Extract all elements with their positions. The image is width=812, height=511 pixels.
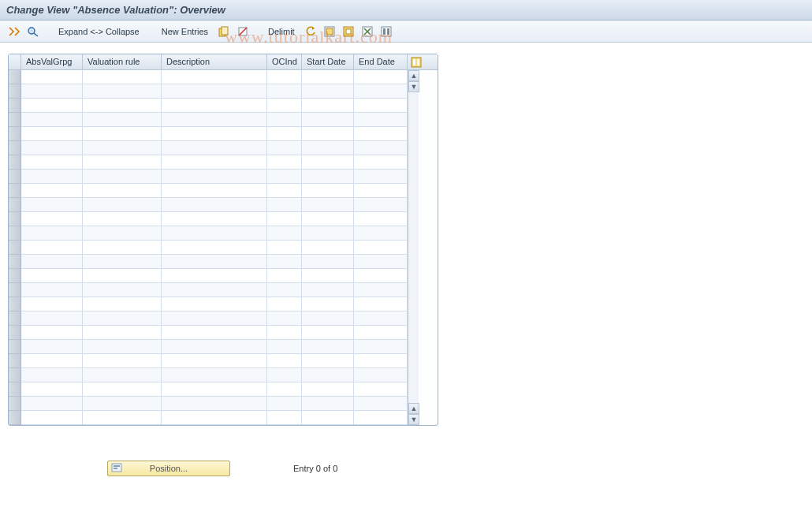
scroll-down-button-2[interactable]: ▼ [408, 414, 419, 425]
cell-absvalgrpg[interactable] [21, 311, 83, 326]
cell-description[interactable] [162, 297, 267, 311]
cell-end-date[interactable] [354, 127, 408, 141]
table-row[interactable] [9, 297, 408, 311]
row-selector[interactable] [9, 212, 21, 226]
cell-end-date[interactable] [354, 99, 408, 113]
row-selector[interactable] [9, 382, 21, 397]
cell-description[interactable] [162, 226, 267, 241]
cell-valuation-rule[interactable] [83, 311, 162, 326]
table-row[interactable] [9, 354, 408, 368]
cell-valuation-rule[interactable] [83, 241, 162, 255]
cell-start-date[interactable] [302, 340, 354, 354]
cell-ocind[interactable] [267, 241, 302, 255]
copy-as-icon[interactable] [216, 24, 232, 39]
cell-absvalgrpg[interactable] [21, 382, 83, 397]
table-row[interactable] [9, 113, 408, 127]
cell-ocind[interactable] [267, 311, 302, 326]
row-selector[interactable] [9, 297, 21, 311]
cell-end-date[interactable] [354, 397, 408, 411]
cell-absvalgrpg[interactable] [21, 84, 83, 99]
row-selector[interactable] [9, 241, 21, 255]
cell-valuation-rule[interactable] [83, 340, 162, 354]
row-selector[interactable] [9, 198, 21, 212]
cell-valuation-rule[interactable] [83, 155, 162, 170]
cell-absvalgrpg[interactable] [21, 241, 83, 255]
row-selector[interactable] [9, 99, 21, 113]
cell-absvalgrpg[interactable] [21, 326, 83, 340]
cell-absvalgrpg[interactable] [21, 297, 83, 311]
cell-description[interactable] [162, 99, 267, 113]
cell-ocind[interactable] [267, 70, 302, 84]
row-selector[interactable] [9, 411, 21, 425]
cell-ocind[interactable] [267, 255, 302, 269]
cell-absvalgrpg[interactable] [21, 283, 83, 297]
cell-ocind[interactable] [267, 170, 302, 184]
select-block-icon[interactable] [341, 24, 356, 39]
cell-valuation-rule[interactable] [83, 354, 162, 368]
row-selector[interactable] [9, 141, 21, 155]
cell-end-date[interactable] [354, 212, 408, 226]
cell-end-date[interactable] [354, 155, 408, 170]
cell-description[interactable] [162, 269, 267, 283]
cell-absvalgrpg[interactable] [21, 70, 83, 84]
cell-start-date[interactable] [302, 198, 354, 212]
cell-valuation-rule[interactable] [83, 368, 162, 382]
cell-start-date[interactable] [302, 241, 354, 255]
col-valuation-rule[interactable]: Valuation rule [83, 54, 162, 69]
cell-end-date[interactable] [354, 311, 408, 326]
cell-absvalgrpg[interactable] [21, 269, 83, 283]
table-row[interactable] [9, 255, 408, 269]
table-row[interactable] [9, 311, 408, 326]
cell-start-date[interactable] [302, 311, 354, 326]
row-selector[interactable] [9, 170, 21, 184]
table-row[interactable] [9, 326, 408, 340]
expand-collapse-button[interactable]: Expand <-> Collapse [54, 27, 144, 36]
cell-description[interactable] [162, 141, 267, 155]
cell-start-date[interactable] [302, 283, 354, 297]
table-row[interactable] [9, 269, 408, 283]
cell-valuation-rule[interactable] [83, 184, 162, 198]
cell-start-date[interactable] [302, 354, 354, 368]
row-selector[interactable] [9, 113, 21, 127]
cell-start-date[interactable] [302, 155, 354, 170]
cell-ocind[interactable] [267, 297, 302, 311]
cell-ocind[interactable] [267, 184, 302, 198]
table-row[interactable] [9, 141, 408, 155]
cell-absvalgrpg[interactable] [21, 340, 83, 354]
cell-end-date[interactable] [354, 340, 408, 354]
row-selector[interactable] [9, 397, 21, 411]
cell-valuation-rule[interactable] [83, 99, 162, 113]
table-row[interactable] [9, 70, 408, 84]
cell-ocind[interactable] [267, 113, 302, 127]
cell-ocind[interactable] [267, 382, 302, 397]
table-row[interactable] [9, 99, 408, 113]
cell-valuation-rule[interactable] [83, 113, 162, 127]
scroll-up-button[interactable]: ▲ [408, 70, 419, 81]
cell-absvalgrpg[interactable] [21, 397, 83, 411]
row-selector[interactable] [9, 155, 21, 170]
row-selector[interactable] [9, 311, 21, 326]
cell-start-date[interactable] [302, 297, 354, 311]
cell-absvalgrpg[interactable] [21, 411, 83, 425]
scroll-down-button[interactable]: ▼ [408, 81, 419, 92]
cell-start-date[interactable] [302, 397, 354, 411]
cell-start-date[interactable] [302, 326, 354, 340]
cell-end-date[interactable] [354, 226, 408, 241]
cell-end-date[interactable] [354, 368, 408, 382]
cell-end-date[interactable] [354, 70, 408, 84]
col-absvalgrpg[interactable]: AbsValGrpg [21, 54, 83, 69]
cell-absvalgrpg[interactable] [21, 226, 83, 241]
cell-start-date[interactable] [302, 99, 354, 113]
cell-ocind[interactable] [267, 326, 302, 340]
cell-ocind[interactable] [267, 368, 302, 382]
cell-start-date[interactable] [302, 70, 354, 84]
cell-valuation-rule[interactable] [83, 212, 162, 226]
cell-start-date[interactable] [302, 113, 354, 127]
table-row[interactable] [9, 241, 408, 255]
table-row[interactable] [9, 155, 408, 170]
table-row[interactable] [9, 84, 408, 99]
cell-start-date[interactable] [302, 170, 354, 184]
cell-description[interactable] [162, 326, 267, 340]
cell-valuation-rule[interactable] [83, 255, 162, 269]
cell-start-date[interactable] [302, 212, 354, 226]
